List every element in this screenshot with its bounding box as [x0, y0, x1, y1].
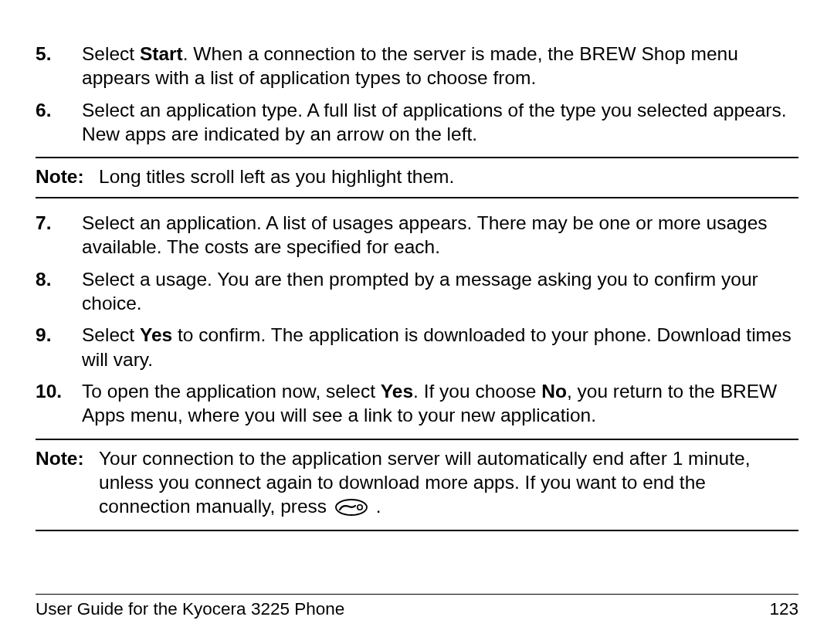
- step-body: Select Start. When a connection to the s…: [82, 42, 798, 90]
- text: .: [376, 496, 381, 517]
- bold-yes: Yes: [140, 324, 172, 345]
- note-label: Note:: [36, 446, 99, 522]
- note-body: Long titles scroll left as you highlight…: [99, 164, 798, 188]
- step-7: 7. Select an application. A list of usag…: [36, 211, 798, 259]
- bold-yes: Yes: [381, 381, 413, 402]
- step-number: 10.: [36, 379, 82, 428]
- note-label: Note:: [36, 164, 99, 188]
- text: To open the application now, select: [82, 381, 381, 402]
- bold-start: Start: [140, 43, 183, 64]
- text: to confirm. The application is downloade…: [82, 324, 792, 369]
- step-number: 5.: [36, 42, 82, 90]
- note-body: Your connection to the application serve…: [99, 446, 798, 522]
- text: . If you choose: [413, 381, 541, 402]
- step-list-1: 5. Select Start. When a connection to th…: [36, 42, 798, 146]
- page-number: 123: [769, 599, 798, 619]
- text: Select: [82, 43, 140, 64]
- step-9: 9. Select Yes to confirm. The applicatio…: [36, 323, 798, 371]
- step-number: 7.: [36, 211, 82, 259]
- step-body: Select a usage. You are then prompted by…: [82, 267, 798, 316]
- step-5: 5. Select Start. When a connection to th…: [36, 42, 798, 90]
- step-number: 6.: [36, 98, 82, 147]
- step-list-2: 7. Select an application. A list of usag…: [36, 211, 798, 428]
- step-8: 8. Select a usage. You are then prompted…: [36, 267, 798, 316]
- text: Your connection to the application serve…: [99, 448, 750, 517]
- step-6: 6. Select an application type. A full li…: [36, 98, 798, 147]
- text: Select: [82, 324, 140, 345]
- step-number: 9.: [36, 323, 82, 371]
- note-1: Note: Long titles scroll left as you hig…: [36, 157, 798, 198]
- step-number: 8.: [36, 267, 82, 316]
- svg-point-1: [358, 505, 362, 510]
- step-body: Select an application type. A full list …: [82, 98, 798, 147]
- note-2: Note: Your connection to the application…: [36, 439, 798, 531]
- step-10: 10. To open the application now, select …: [36, 379, 798, 428]
- step-body: Select an application. A list of usages …: [82, 211, 798, 259]
- footer-title: User Guide for the Kyocera 3225 Phone: [36, 599, 344, 619]
- step-body: To open the application now, select Yes.…: [82, 379, 798, 428]
- page-footer: User Guide for the Kyocera 3225 Phone 12…: [36, 594, 798, 619]
- end-key-icon: [335, 497, 368, 521]
- step-body: Select Yes to confirm. The application i…: [82, 323, 798, 371]
- bold-no: No: [541, 381, 567, 402]
- page: 5. Select Start. When a connection to th…: [0, 0, 834, 644]
